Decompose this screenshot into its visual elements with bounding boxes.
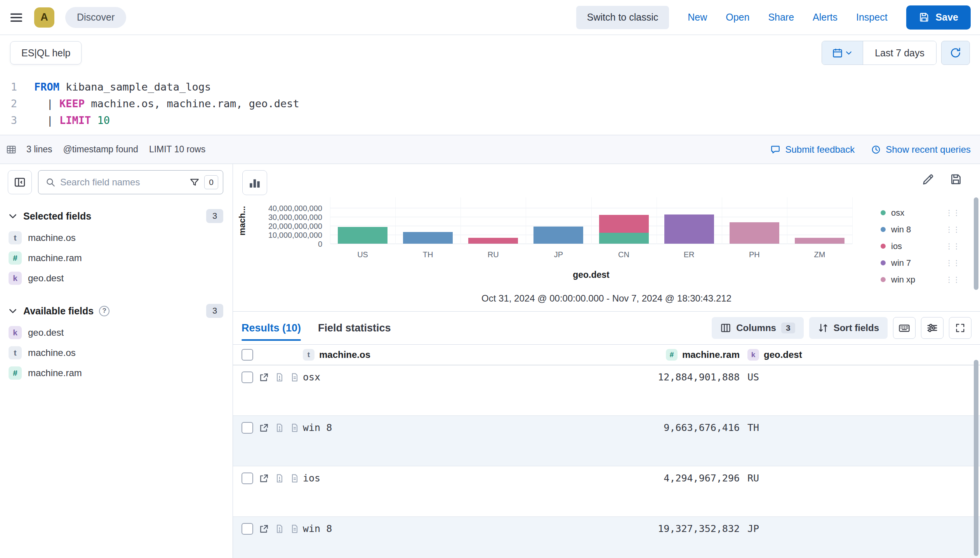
chart-scrollbar[interactable] <box>974 197 978 290</box>
bar-segment-ios[interactable] <box>599 215 649 233</box>
field-item-geo.dest[interactable]: kgeo.dest <box>8 268 223 288</box>
bar-ZM[interactable] <box>795 238 844 244</box>
row-checkbox[interactable] <box>242 473 253 484</box>
chevron-down-icon[interactable] <box>8 306 18 316</box>
row-checkbox[interactable] <box>242 371 253 383</box>
bar-CN[interactable] <box>599 215 649 244</box>
legend-item-osx[interactable]: osx⋮⋮ <box>881 204 960 221</box>
help-icon[interactable]: ? <box>99 306 109 316</box>
field-item-geo.dest[interactable]: kgeo.dest <box>8 323 223 343</box>
bar-ER[interactable] <box>664 214 714 244</box>
cell-machine-os[interactable]: osx <box>295 371 415 383</box>
cell-geo-dest[interactable]: US <box>740 371 980 383</box>
legend-item-win xp[interactable]: win xp⋮⋮ <box>881 271 960 288</box>
expand-row-icon[interactable] <box>259 372 269 382</box>
tab-results[interactable]: Results (10) <box>242 322 301 334</box>
legend-actions-icon[interactable]: ⋮⋮ <box>945 242 960 251</box>
bar-segment-osx[interactable] <box>338 227 387 244</box>
bar-US[interactable] <box>338 227 387 244</box>
cell-machine-ram[interactable]: 12,884,901,888 <box>415 371 740 383</box>
expand-row-icon[interactable] <box>259 473 269 483</box>
columns-button[interactable]: Columns 3 <box>712 317 803 339</box>
query-line[interactable]: 1FROM kibana_sample_data_logs <box>0 78 980 95</box>
column-header-geo.dest[interactable]: kgeo.dest <box>740 349 980 361</box>
legend-actions-icon[interactable]: ⋮⋮ <box>945 258 960 267</box>
field-name: geo.dest <box>28 327 64 338</box>
display-options-button[interactable] <box>921 317 944 339</box>
bar-segment-osx[interactable] <box>599 233 649 244</box>
nav-link-open[interactable]: Open <box>726 12 749 23</box>
filter-by-type-icon[interactable] <box>189 177 200 187</box>
cell-machine-ram[interactable]: 9,663,676,416 <box>415 422 740 433</box>
sort-fields-button[interactable]: Sort fields <box>809 317 888 339</box>
cell-machine-os[interactable]: win 8 <box>295 523 415 534</box>
field-item-machine.ram[interactable]: #machine.ram <box>8 363 223 383</box>
select-all-checkbox[interactable] <box>242 349 253 361</box>
cell-machine-os[interactable]: ios <box>295 473 415 484</box>
esql-editor[interactable]: 1FROM kibana_sample_data_logs2 | KEEP ma… <box>0 71 980 135</box>
time-range-value[interactable]: Last 7 days <box>863 41 936 65</box>
legend-item-ios[interactable]: ios⋮⋮ <box>881 238 960 255</box>
date-quick-select-button[interactable] <box>822 41 863 65</box>
grid-scrollbar[interactable] <box>974 360 978 556</box>
row-checkbox[interactable] <box>242 422 253 434</box>
field-item-machine.os[interactable]: tmachine.os <box>8 343 223 363</box>
field-section-header[interactable]: Selected fields3 <box>8 206 223 228</box>
cell-geo-dest[interactable]: RU <box>740 473 980 484</box>
cell-geo-dest[interactable]: JP <box>740 523 980 534</box>
bar-segment-win xp[interactable] <box>795 238 844 244</box>
expand-row-icon[interactable] <box>259 423 269 433</box>
bar-segment-win 8[interactable] <box>403 232 453 244</box>
bar-segment-ios[interactable] <box>468 238 518 244</box>
search-field-input[interactable] <box>60 177 185 188</box>
bar-RU[interactable] <box>468 238 518 244</box>
cell-geo-dest[interactable]: TH <box>740 422 980 433</box>
bar-segment-win 7[interactable] <box>664 214 714 244</box>
tab-field-statistics[interactable]: Field statistics <box>318 322 391 334</box>
edit-visualization-icon[interactable] <box>922 173 934 186</box>
keyboard-shortcuts-button[interactable] <box>893 317 916 339</box>
expand-row-icon[interactable] <box>259 524 269 534</box>
menu-icon[interactable] <box>9 10 23 24</box>
nav-link-new[interactable]: New <box>688 12 707 23</box>
nav-link-inspect[interactable]: Inspect <box>856 12 888 23</box>
chevron-down-icon[interactable] <box>8 211 18 221</box>
status-item: 3 lines <box>26 144 52 155</box>
field-item-machine.os[interactable]: tmachine.os <box>8 228 223 248</box>
cell-machine-ram[interactable]: 4,294,967,296 <box>415 473 740 484</box>
submit-feedback-link[interactable]: Submit feedback <box>770 144 855 155</box>
legend-actions-icon[interactable]: ⋮⋮ <box>945 225 960 234</box>
line-number: 3 <box>0 112 17 129</box>
nav-link-alerts[interactable]: Alerts <box>813 12 838 23</box>
show-recent-queries-link[interactable]: Show recent queries <box>871 144 971 155</box>
column-header-machine.ram[interactable]: #machine.ram <box>415 349 740 361</box>
space-avatar[interactable]: A <box>34 7 54 28</box>
cell-machine-os[interactable]: win 8 <box>295 422 415 433</box>
section-title: Selected fields <box>23 211 91 222</box>
field-item-machine.ram[interactable]: #machine.ram <box>8 248 223 268</box>
row-checkbox[interactable] <box>242 523 253 535</box>
nav-link-share[interactable]: Share <box>768 12 794 23</box>
bar-TH[interactable] <box>403 232 453 244</box>
column-header-machine.os[interactable]: tmachine.os <box>295 349 415 361</box>
bar-PH[interactable] <box>730 222 779 244</box>
save-visualization-icon[interactable] <box>950 173 962 186</box>
legend-actions-icon[interactable]: ⋮⋮ <box>945 275 960 284</box>
query-line[interactable]: 2 | KEEP machine.os, machine.ram, geo.de… <box>0 95 980 112</box>
esql-help-button[interactable]: ES|QL help <box>10 41 82 65</box>
legend-item-win 8[interactable]: win 8⋮⋮ <box>881 221 960 238</box>
breadcrumb[interactable]: Discover <box>65 7 126 28</box>
save-button[interactable]: Save <box>906 5 971 30</box>
refresh-button[interactable] <box>941 41 970 65</box>
cell-machine-ram[interactable]: 19,327,352,832 <box>415 523 740 534</box>
bar-segment-win xp[interactable] <box>730 222 779 244</box>
bar-JP[interactable] <box>533 227 583 244</box>
query-line[interactable]: 3 | LIMIT 10 <box>0 112 980 129</box>
field-section-header[interactable]: Available fields?3 <box>8 301 223 323</box>
switch-to-classic-button[interactable]: Switch to classic <box>576 6 669 29</box>
legend-actions-icon[interactable]: ⋮⋮ <box>945 208 960 217</box>
bar-segment-win 8[interactable] <box>533 227 583 244</box>
collapse-sidebar-button[interactable] <box>8 170 32 194</box>
legend-item-win 7[interactable]: win 7⋮⋮ <box>881 255 960 271</box>
fullscreen-button[interactable] <box>949 317 971 339</box>
